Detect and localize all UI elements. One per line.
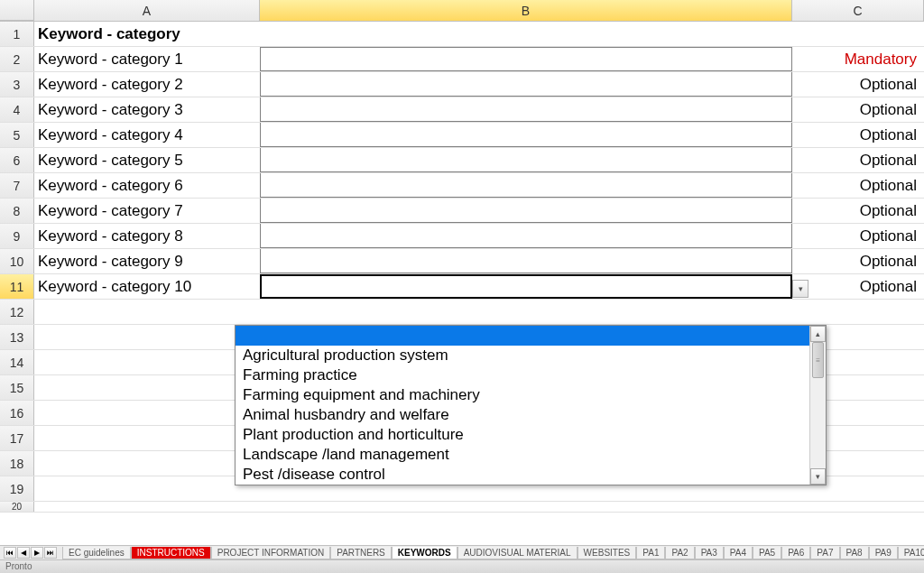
sheet-tab[interactable]: PA8 [840, 547, 869, 559]
col-header-a[interactable]: A [34, 0, 260, 21]
sheet-tab[interactable]: PA5 [753, 547, 781, 559]
row-header[interactable]: 14 [0, 350, 34, 374]
cell-a[interactable] [34, 476, 260, 501]
sheet-tab[interactable]: PARTNERS [330, 547, 392, 559]
cell-b[interactable] [260, 300, 792, 324]
cell-a[interactable] [34, 325, 260, 349]
row-header[interactable]: 5 [0, 123, 34, 147]
dropdown-scrollbar[interactable]: ▴ ▾ [809, 326, 826, 485]
cell-c[interactable]: Optional [792, 224, 924, 248]
cell-a[interactable]: Keyword - category 5 [34, 148, 260, 172]
sheet-nav-first[interactable]: ⏮ [4, 547, 16, 559]
row-header[interactable]: 6 [0, 148, 34, 172]
row-header[interactable]: 13 [0, 325, 34, 349]
cell-b[interactable] [260, 97, 792, 122]
sheet-tab[interactable]: PA6 [781, 547, 810, 559]
validation-dropdown[interactable]: Agricultural production systemFarming pr… [235, 325, 827, 485]
cell-b[interactable] [260, 123, 792, 147]
cell-a[interactable] [34, 300, 260, 324]
row-header[interactable]: 18 [0, 451, 34, 476]
sheet-tab[interactable]: PA10 [898, 547, 924, 559]
dropdown-toggle-button[interactable] [792, 280, 808, 298]
cell-a[interactable]: Keyword - category 10 [34, 274, 260, 299]
row-header[interactable]: 20 [0, 502, 34, 512]
dropdown-item[interactable]: Farming equipment and machinery [236, 385, 826, 405]
cell-b[interactable] [260, 224, 792, 248]
cell-c[interactable]: Mandatory [792, 47, 924, 71]
cell-c[interactable]: Optional [792, 173, 924, 198]
cell-a[interactable]: Keyword - category 1 [34, 47, 260, 71]
row-header[interactable]: 15 [0, 375, 34, 400]
cell-b[interactable] [260, 22, 792, 46]
sheet-tab[interactable]: AUDIOVISUAL MATERIAL [457, 547, 578, 559]
cell-b[interactable] [260, 72, 792, 97]
cell-b[interactable] [260, 148, 792, 172]
cell-a[interactable]: Keyword - category 8 [34, 224, 260, 248]
row-header[interactable]: 16 [0, 401, 34, 425]
col-header-c[interactable]: C [792, 0, 924, 21]
dropdown-item[interactable]: Plant production and horticulture [236, 425, 826, 445]
cell-a[interactable] [34, 426, 260, 450]
cell-c[interactable]: Optional [792, 72, 924, 97]
sheet-tab[interactable]: PA9 [869, 547, 898, 559]
cell-a[interactable] [34, 451, 260, 476]
cell-b[interactable] [260, 249, 792, 273]
scroll-up-button[interactable]: ▴ [810, 326, 826, 342]
dropdown-item[interactable]: Landscape /land management [236, 445, 826, 465]
cell-a[interactable]: Keyword - category 9 [34, 249, 260, 273]
cell-b[interactable] [260, 173, 792, 198]
row-header[interactable]: 7 [0, 173, 34, 198]
cell-b[interactable] [260, 47, 792, 71]
cell-c[interactable]: Optional [792, 123, 924, 147]
cell-a[interactable] [34, 375, 260, 400]
cell-c[interactable] [792, 22, 924, 46]
cell-c[interactable] [792, 300, 924, 324]
cell-a[interactable]: Keyword - category 6 [34, 173, 260, 198]
sheet-tab[interactable]: PA1 [636, 547, 665, 559]
select-all-corner[interactable] [0, 0, 34, 21]
row-header[interactable]: 2 [0, 47, 34, 71]
dropdown-item[interactable]: Pest /disease control [236, 465, 826, 485]
cell-b[interactable] [260, 274, 792, 299]
cell-c[interactable]: Optional [792, 97, 924, 122]
cell-c[interactable]: Optional [792, 249, 924, 273]
scroll-down-button[interactable]: ▾ [810, 468, 826, 485]
sheet-tab[interactable]: EC guidelines [62, 547, 131, 559]
cell-a[interactable]: Keyword - category 2 [34, 72, 260, 97]
row-header[interactable]: 10 [0, 249, 34, 273]
row-header[interactable]: 12 [0, 300, 34, 324]
row-header[interactable]: 1 [0, 22, 34, 46]
sheet-nav-next[interactable]: ▶ [31, 547, 43, 559]
row-header[interactable]: 8 [0, 199, 34, 223]
sheet-tab[interactable]: WEBSITES [578, 547, 637, 559]
dropdown-item[interactable]: Animal husbandry and welfare [236, 405, 826, 425]
cell-c[interactable]: Optional [792, 274, 924, 299]
row-header[interactable]: 19 [0, 476, 34, 501]
cell-a[interactable]: Keyword - category [34, 22, 260, 46]
sheet-tab[interactable]: PA7 [810, 547, 839, 559]
cell-a[interactable]: Keyword - category 4 [34, 123, 260, 147]
cell-c[interactable]: Optional [792, 199, 924, 223]
row-header[interactable]: 4 [0, 97, 34, 122]
sheet-tab[interactable]: PA3 [695, 547, 724, 559]
cell-b[interactable] [260, 199, 792, 223]
dropdown-item[interactable] [236, 326, 826, 346]
sheet-nav-prev[interactable]: ◀ [17, 547, 30, 559]
sheet-tab[interactable]: PA4 [724, 547, 753, 559]
sheet-tab[interactable]: PROJECT INFORMATION [211, 547, 331, 559]
cell-c[interactable]: Optional [792, 148, 924, 172]
scroll-thumb[interactable] [812, 342, 824, 378]
col-header-b[interactable]: B [260, 0, 792, 21]
cell-a[interactable] [34, 401, 260, 425]
sheet-tab[interactable]: KEYWORDS [392, 547, 457, 559]
sheet-nav-last[interactable]: ⏭ [44, 547, 57, 559]
row-header[interactable]: 17 [0, 426, 34, 450]
cell-a[interactable]: Keyword - category 7 [34, 199, 260, 223]
row-header[interactable]: 9 [0, 224, 34, 248]
dropdown-item[interactable]: Agricultural production system [236, 346, 826, 365]
sheet-tab[interactable]: PA2 [665, 547, 694, 559]
dropdown-item[interactable]: Farming practice [236, 365, 826, 385]
row-header[interactable]: 3 [0, 72, 34, 97]
cell-a[interactable] [34, 350, 260, 374]
sheet-tab[interactable]: INSTRUCTIONS [131, 547, 211, 559]
